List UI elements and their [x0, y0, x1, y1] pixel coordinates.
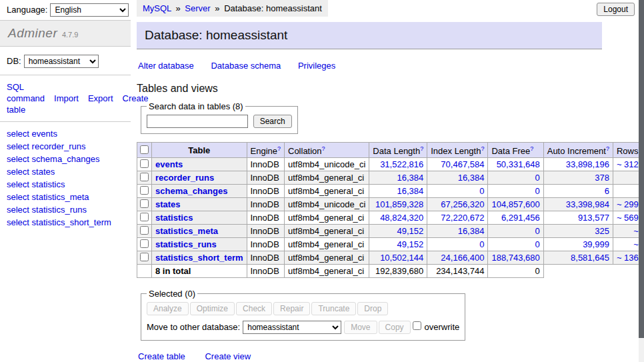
auto-increment-link[interactable]: 913,577 [578, 213, 609, 223]
data-length-link[interactable]: 16,384 [397, 173, 423, 183]
analyze-button[interactable]: Analyze [147, 302, 189, 315]
drop-button[interactable]: Drop [357, 302, 388, 315]
auto-increment-link[interactable]: 325 [595, 226, 609, 236]
data-free-link[interactable]: 0 [535, 226, 539, 236]
select-data-link[interactable]: select [7, 205, 29, 215]
index-length-link[interactable]: 72,220,672 [441, 213, 484, 223]
help-link[interactable]: ? [530, 145, 533, 152]
select-data-link[interactable]: select [7, 217, 29, 227]
copy-button[interactable]: Copy [379, 321, 411, 334]
auto-increment-link[interactable]: 378 [595, 173, 609, 183]
page-scrollbar[interactable] [639, 0, 644, 362]
help-link[interactable]: ? [606, 145, 609, 152]
help-link[interactable]: ? [481, 145, 484, 152]
row-checkbox[interactable] [140, 173, 149, 181]
data-free-link[interactable]: 0 [535, 186, 539, 196]
row-checkbox[interactable] [140, 159, 149, 168]
row-checkbox[interactable] [140, 213, 149, 221]
data-free-link[interactable]: 50,331,648 [497, 159, 540, 169]
data-free-link[interactable]: 0 [535, 239, 539, 249]
move-database-select[interactable]: homeassistant [243, 321, 341, 334]
data-length-link[interactable]: 48,824,320 [380, 213, 423, 223]
table-name-link-schema_changes[interactable]: schema_changes [155, 186, 227, 196]
auto-increment-link[interactable]: 33,398,984 [566, 199, 609, 209]
database-schema-link[interactable]: Database schema [211, 61, 281, 71]
table-name-link-statistics_meta[interactable]: statistics_meta [155, 226, 218, 236]
sidebar-table-link-statistics_meta[interactable]: statistics_meta [32, 192, 89, 202]
sidebar-action-export[interactable]: Export [88, 93, 113, 103]
table-name-link-statistics_runs[interactable]: statistics_runs [155, 239, 217, 249]
help-link[interactable]: ? [420, 145, 423, 152]
alter-database-link[interactable]: Alter database [138, 61, 194, 71]
search-button[interactable]: Search [253, 115, 292, 128]
sidebar-table-link-statistics_runs[interactable]: statistics_runs [32, 205, 87, 215]
index-length-link[interactable]: 67,256,320 [441, 199, 484, 209]
truncate-button[interactable]: Truncate [311, 302, 356, 315]
auto-increment-link[interactable]: 33,898,196 [566, 159, 609, 169]
select-data-link[interactable]: select [7, 192, 29, 202]
table-name-link-statistics[interactable]: statistics [155, 213, 193, 223]
db-select[interactable]: homeassistant [24, 55, 99, 68]
index-length-link[interactable]: 70,467,584 [441, 159, 484, 169]
sidebar-table-link-recorder_runs[interactable]: recorder_runs [32, 141, 86, 151]
select-data-link[interactable]: select [7, 179, 29, 189]
data-length-link[interactable]: 16,384 [397, 186, 423, 196]
row-checkbox[interactable] [140, 186, 149, 195]
sidebar-action-import[interactable]: Import [54, 93, 79, 103]
select-data-link[interactable]: select [7, 154, 29, 164]
data-length-link[interactable]: 101,859,328 [375, 199, 423, 209]
select-data-link[interactable]: select [7, 167, 29, 177]
data-free-link[interactable]: 6,291,456 [501, 213, 540, 223]
data-free-link[interactable]: 188,743,680 [491, 253, 539, 263]
index-length-link[interactable]: 24,166,400 [441, 253, 484, 263]
create-view-link[interactable]: Create view [205, 351, 251, 361]
overwrite-checkbox[interactable] [413, 321, 421, 330]
index-length-link[interactable]: 0 [479, 239, 484, 249]
table-name-link-recorder_runs[interactable]: recorder_runs [155, 173, 214, 183]
overwrite-label[interactable]: overwrite [425, 322, 460, 332]
privileges-link[interactable]: Privileges [298, 61, 335, 71]
search-input[interactable] [147, 115, 248, 128]
index-length-link[interactable]: 16,384 [458, 173, 485, 183]
help-link[interactable]: ? [277, 145, 281, 152]
auto-increment-link[interactable]: 8,581,645 [571, 253, 609, 263]
breadcrumb-server-type-link[interactable]: MySQL [143, 3, 171, 13]
data-free-link[interactable]: 0 [535, 173, 539, 183]
data-length-cell: 10,502,144 [369, 251, 427, 265]
select-data-link[interactable]: select [7, 129, 29, 139]
help-link[interactable]: ? [322, 145, 325, 152]
table-name-link-statistics_short_term[interactable]: statistics_short_term [155, 253, 243, 263]
check-button[interactable]: Check [236, 302, 272, 315]
app-name[interactable]: Adminer [8, 26, 57, 40]
row-checkbox[interactable] [140, 239, 149, 248]
create-table-link[interactable]: Create table [138, 351, 185, 361]
index-length-link[interactable]: 0 [479, 186, 484, 196]
index-length-link[interactable]: 16,384 [458, 226, 485, 236]
sidebar-table-link-states[interactable]: states [32, 167, 55, 177]
move-button[interactable]: Move [344, 321, 377, 334]
optimize-button[interactable]: Optimize [190, 302, 235, 315]
sidebar-table-link-schema_changes[interactable]: schema_changes [32, 154, 100, 164]
sidebar-table-link-events[interactable]: events [32, 129, 57, 139]
auto-increment-link[interactable]: 6 [605, 186, 609, 196]
row-checkbox[interactable] [140, 226, 149, 235]
data-length-link[interactable]: 10,502,144 [380, 253, 423, 263]
scrollbar-thumb[interactable] [639, 0, 644, 338]
breadcrumb-server-link[interactable]: Server [185, 3, 210, 13]
row-checkbox[interactable] [140, 253, 149, 261]
sidebar-table-link-statistics_short_term[interactable]: statistics_short_term [32, 217, 111, 227]
repair-button[interactable]: Repair [273, 302, 310, 315]
select-data-link[interactable]: select [7, 141, 29, 151]
data-length-link[interactable]: 31,522,816 [380, 159, 423, 169]
collation-cell: utf8mb4_general_ci [285, 225, 369, 238]
data-free-link[interactable]: 104,857,600 [491, 199, 539, 209]
table-name-link-events[interactable]: events [155, 159, 183, 169]
sidebar-table-link-statistics[interactable]: statistics [32, 179, 65, 189]
select-all-checkbox[interactable] [140, 145, 149, 154]
data-length-link[interactable]: 49,152 [397, 239, 423, 249]
data-length-link[interactable]: 49,152 [397, 226, 423, 236]
sidebar-action-sql-command[interactable]: SQL command [7, 82, 45, 103]
auto-increment-link[interactable]: 39,999 [583, 239, 609, 249]
row-checkbox[interactable] [140, 199, 149, 208]
table-name-link-states[interactable]: states [155, 199, 181, 209]
